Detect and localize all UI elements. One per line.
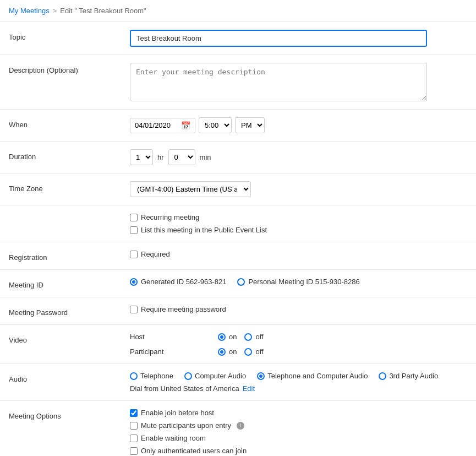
registration-checkbox[interactable] [130, 251, 138, 258]
timezone-label: Time Zone [9, 181, 130, 193]
mute-participants-row: Mute participants upon entry i [130, 421, 467, 430]
topic-content [130, 30, 467, 47]
meeting-id-row: Meeting ID Generated ID 562-963-821 Pers… [0, 270, 476, 297]
audio-content: Telephone Computer Audio Telephone and C… [130, 372, 467, 393]
participant-off-radio[interactable] [244, 348, 252, 356]
public-event-checkbox[interactable] [130, 226, 138, 234]
extra-options-label [9, 213, 130, 216]
topic-input[interactable] [130, 30, 427, 47]
edit-dial-from-link[interactable]: Edit [243, 384, 255, 393]
participant-video-row: Participant on off [130, 348, 467, 356]
computer-audio-option[interactable]: Computer Audio [184, 372, 246, 380]
duration-min-select[interactable]: 0 15 30 45 [168, 149, 195, 165]
video-content: Host on off Participant [130, 333, 467, 356]
meeting-id-content: Generated ID 562-963-821 Personal Meetin… [130, 278, 467, 286]
audio-label: Audio [9, 372, 130, 383]
enable-join-before-host-row: Enable join before host [130, 409, 467, 417]
video-label: Video [9, 333, 130, 344]
dial-from-row: Dial from United States of America Edit [130, 384, 467, 393]
participant-video-label: Participant [130, 348, 218, 356]
registration-row: Registration Required [0, 242, 476, 270]
meeting-options-label: Meeting Options [9, 409, 130, 420]
host-video-off[interactable]: off [244, 333, 263, 341]
computer-audio-label: Computer Audio [195, 372, 246, 380]
require-password-checkbox[interactable] [130, 306, 138, 313]
public-event-row: List this meeting in the Public Event Li… [130, 226, 467, 234]
meeting-options-row: Meeting Options Enable join before host … [0, 401, 476, 456]
date-input-wrapper[interactable]: 📅 [130, 118, 195, 133]
telephone-computer-radio[interactable] [257, 372, 265, 380]
third-party-label: 3rd Party Audio [389, 372, 438, 380]
host-off-radio[interactable] [244, 333, 252, 341]
generated-id-radio[interactable] [130, 278, 138, 286]
personal-id-option[interactable]: Personal Meeting ID 515-930-8286 [237, 278, 359, 286]
host-on-label: on [229, 333, 237, 341]
time-select[interactable]: 5:00 [199, 117, 232, 133]
host-on-radio[interactable] [218, 333, 226, 341]
participant-on-label: on [229, 348, 237, 356]
extra-options-content: Recurring meeting List this meeting in t… [130, 213, 467, 234]
description-row: Description (Optional) [0, 55, 476, 110]
telephone-option[interactable]: Telephone [130, 372, 173, 380]
description-textarea[interactable] [130, 63, 427, 101]
enable-waiting-room-row: Enable waiting room [130, 434, 467, 442]
telephone-radio[interactable] [130, 372, 138, 380]
host-off-label: off [255, 333, 263, 341]
topic-row: Topic [0, 22, 476, 55]
recurring-checkbox[interactable] [130, 214, 138, 221]
when-content: 📅 5:00 PM AM [130, 117, 467, 133]
enable-join-before-host-label: Enable join before host [141, 409, 214, 417]
mute-participants-info-icon: i [237, 422, 244, 430]
registration-content: Required [130, 250, 467, 258]
authenticated-users-row: Only authenticated users can join [130, 447, 467, 455]
require-password-label: Require meeting password [141, 305, 226, 313]
participant-off-label: off [255, 348, 263, 356]
meeting-password-label: Meeting Password [9, 305, 130, 317]
description-label: Description (Optional) [9, 63, 130, 74]
date-field[interactable] [135, 121, 179, 129]
my-meetings-link[interactable]: My Meetings [9, 7, 50, 15]
participant-on-radio[interactable] [218, 348, 226, 356]
generated-id-text: Generated ID 562-963-821 [141, 278, 226, 286]
recurring-row: Recurring meeting [130, 213, 467, 221]
video-row: Video Host on off [0, 325, 476, 364]
third-party-radio[interactable] [379, 372, 386, 380]
personal-id-radio[interactable] [237, 278, 245, 286]
host-video-on[interactable]: on [218, 333, 237, 341]
edit-meeting-form: Topic Description (Optional) When 📅 5:00 [0, 22, 476, 456]
participant-video-off[interactable]: off [244, 348, 263, 356]
registration-label: Registration [9, 250, 130, 262]
enable-waiting-room-checkbox[interactable] [130, 435, 138, 442]
personal-id-text: Personal Meeting ID 515-930-8286 [248, 278, 359, 286]
recurring-label: Recurring meeting [141, 213, 199, 221]
mute-participants-label: Mute participants upon entry [141, 421, 231, 430]
computer-audio-radio[interactable] [184, 372, 192, 380]
ampm-select[interactable]: PM AM [235, 117, 265, 133]
dial-from-text: Dial from United States of America [130, 384, 239, 393]
telephone-computer-option[interactable]: Telephone and Computer Audio [257, 372, 368, 380]
participant-video-on[interactable]: on [218, 348, 237, 356]
timezone-row: Time Zone (GMT-4:00) Eastern Time (US an… [0, 173, 476, 205]
meeting-password-content: Require meeting password [130, 305, 467, 313]
mute-participants-checkbox[interactable] [130, 422, 138, 430]
timezone-select[interactable]: (GMT-4:00) Eastern Time (US and C... [130, 181, 251, 197]
registration-required-label: Required [141, 250, 170, 258]
generated-id-option[interactable]: Generated ID 562-963-821 [130, 278, 226, 286]
hr-label: hr [157, 153, 164, 161]
timezone-content: (GMT-4:00) Eastern Time (US and C... [130, 181, 467, 197]
when-row: When 📅 5:00 PM AM [0, 110, 476, 142]
duration-row: Duration 1 0 2 hr 0 15 30 45 min [0, 142, 476, 173]
authenticated-users-checkbox[interactable] [130, 447, 138, 455]
breadcrumb-current: Edit " Test Breakout Room" [60, 7, 146, 15]
telephone-label: Telephone [140, 372, 173, 380]
duration-content: 1 0 2 hr 0 15 30 45 min [130, 149, 467, 165]
duration-hr-select[interactable]: 1 0 2 [130, 149, 153, 165]
meeting-options-content: Enable join before host Mute participant… [130, 409, 467, 456]
breadcrumb: My Meetings > Edit " Test Breakout Room" [0, 0, 476, 22]
third-party-option[interactable]: 3rd Party Audio [379, 372, 438, 380]
telephone-computer-label: Telephone and Computer Audio [267, 372, 368, 380]
meeting-id-label: Meeting ID [9, 278, 130, 289]
audio-row: Audio Telephone Computer Audio Telephone… [0, 364, 476, 401]
enable-join-before-host-checkbox[interactable] [130, 409, 138, 417]
host-video-label: Host [130, 333, 218, 341]
